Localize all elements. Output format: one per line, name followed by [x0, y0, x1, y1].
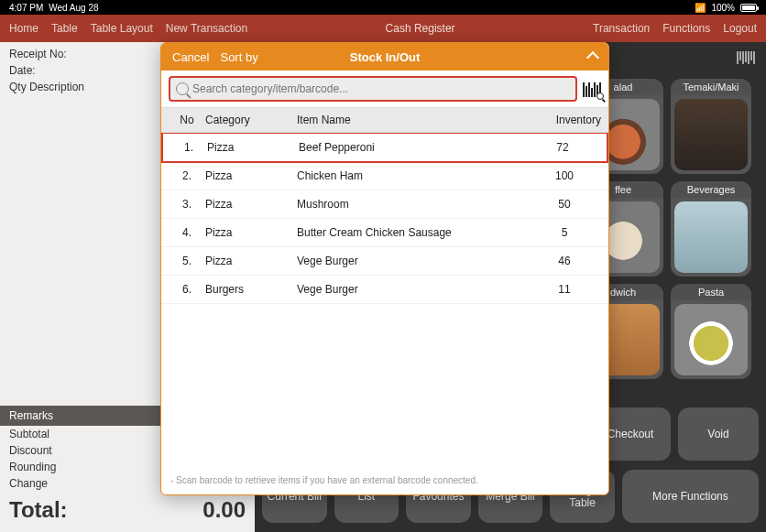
modal-footnote: - Scan barcode to retrieve items if you … — [161, 470, 608, 494]
cell-item: Vege Burger — [297, 283, 528, 296]
category-image — [674, 99, 748, 170]
category-image — [674, 304, 748, 375]
total-label: Total: — [9, 497, 68, 523]
search-box[interactable] — [169, 76, 577, 102]
cell-inventory: 46 — [528, 255, 601, 267]
th-category: Category — [205, 114, 297, 126]
total-value: 0.00 — [202, 497, 246, 523]
table-row[interactable]: 1.PizzaBeef Pepperoni72 — [161, 133, 608, 163]
table-row[interactable]: 4.PizzaButter Cream Chicken Sausage5 — [161, 219, 608, 247]
battery-icon — [740, 4, 757, 12]
top-nav: Home Table Table Layout New Transaction … — [0, 15, 766, 42]
status-date: Wed Aug 28 — [49, 3, 98, 13]
cell-item: Butter Cream Chicken Sausage — [297, 226, 528, 239]
th-no: No — [169, 114, 205, 126]
cell-item: Chicken Ham — [297, 169, 528, 182]
chevron-up-icon — [586, 50, 599, 63]
cell-category: Pizza — [205, 255, 297, 267]
cancel-button[interactable]: Cancel — [172, 50, 209, 64]
wifi-icon: 📶 — [695, 3, 706, 13]
cell-inventory: 50 — [528, 198, 601, 211]
th-inventory: Inventory — [528, 114, 601, 126]
cell-inventory: 100 — [528, 169, 601, 182]
status-bar: 4:07 PM Wed Aug 28 📶 100% — [0, 0, 766, 15]
cell-item: Vege Burger — [297, 255, 528, 267]
cell-no: 1. — [170, 141, 207, 154]
category-title: Temaki/Maki — [671, 79, 751, 95]
table-row[interactable]: 6.BurgersVege Burger11 — [161, 276, 608, 304]
category-card[interactable]: Pasta — [671, 284, 751, 379]
cell-item: Beef Pepperoni — [299, 141, 526, 154]
more-functions-button[interactable]: More Functions — [622, 470, 759, 523]
nav-home[interactable]: Home — [9, 22, 38, 35]
category-title: Beverages — [671, 181, 751, 198]
cell-category: Pizza — [205, 169, 297, 182]
sort-by-button[interactable]: Sort by — [220, 50, 257, 64]
table-row[interactable]: 3.PizzaMushroom50 — [161, 190, 608, 219]
cell-no: 6. — [169, 283, 205, 296]
change-label: Change — [9, 477, 48, 490]
category-card[interactable]: Temaki/Maki — [671, 79, 751, 174]
cell-no: 4. — [169, 226, 205, 239]
table-row[interactable]: 5.PizzaVege Burger46 — [161, 247, 608, 276]
category-image — [674, 201, 748, 273]
table-header: No Category Item Name Inventory — [161, 107, 608, 133]
cell-no: 3. — [169, 198, 205, 211]
cell-item: Mushroom — [297, 198, 528, 211]
cell-inventory: 72 — [526, 141, 599, 154]
nav-transaction[interactable]: Transaction — [593, 22, 650, 35]
stock-modal: Cancel Sort by Stock In/Out No Category … — [160, 42, 609, 495]
modal-header: Cancel Sort by Stock In/Out — [161, 43, 608, 71]
collapse-button[interactable] — [588, 49, 597, 65]
cell-no: 5. — [169, 255, 205, 267]
cell-category: Pizza — [205, 198, 297, 211]
table-row[interactable]: 2.PizzaChicken Ham100 — [161, 162, 608, 190]
void-button[interactable]: Void — [678, 407, 759, 461]
th-item: Item Name — [297, 114, 528, 126]
nav-title: Cash Register — [247, 22, 593, 35]
search-icon — [176, 82, 189, 95]
cell-category: Pizza — [207, 141, 299, 154]
category-card[interactable]: Beverages — [671, 181, 751, 277]
table-body[interactable]: 1.PizzaBeef Pepperoni722.PizzaChicken Ha… — [161, 133, 608, 470]
discount-label: Discount — [9, 444, 52, 457]
battery-percent: 100% — [711, 3, 735, 13]
search-input[interactable] — [192, 82, 570, 95]
category-title: Pasta — [671, 284, 751, 300]
nav-table-layout[interactable]: Table Layout — [91, 22, 153, 35]
subtotal-label: Subtotal — [9, 428, 49, 440]
cell-category: Burgers — [205, 283, 297, 296]
nav-table[interactable]: Table — [51, 22, 78, 35]
barcode-scan-icon[interactable] — [737, 51, 755, 64]
nav-new-transaction[interactable]: New Transaction — [166, 22, 247, 35]
nav-logout[interactable]: Logout — [723, 22, 757, 35]
cell-no: 2. — [169, 169, 205, 182]
cell-inventory: 5 — [528, 226, 601, 239]
nav-functions[interactable]: Functions — [662, 22, 710, 35]
barcode-search-icon[interactable] — [583, 81, 601, 97]
status-time: 4:07 PM — [9, 3, 43, 13]
rounding-label: Rounding — [9, 461, 56, 473]
cell-category: Pizza — [205, 226, 297, 239]
cell-inventory: 11 — [528, 283, 601, 296]
